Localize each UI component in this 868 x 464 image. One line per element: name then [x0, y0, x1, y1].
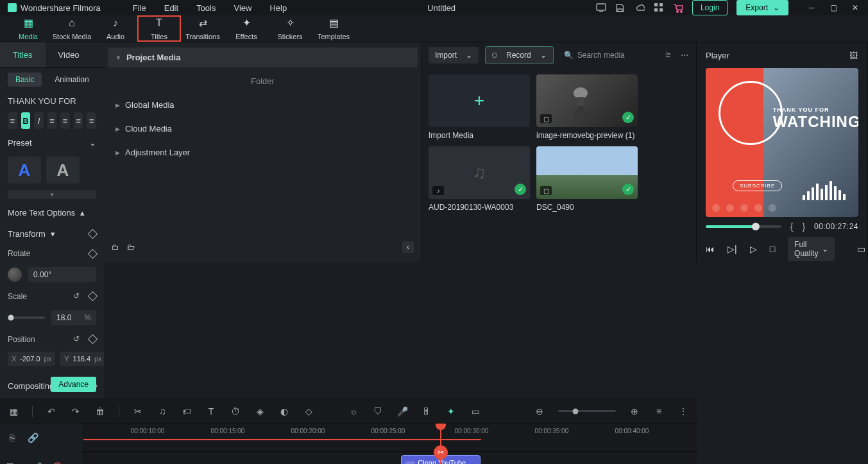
music-icon[interactable]: ♫ — [157, 406, 168, 417]
undo-icon[interactable]: ↶ — [46, 406, 57, 417]
menu-file[interactable]: File — [133, 3, 146, 13]
position-y-field[interactable]: Y116.4px — [60, 352, 104, 366]
keyframe-tool-icon[interactable]: ◇ — [303, 406, 314, 417]
stop-icon[interactable]: □ — [770, 243, 775, 255]
copy-icon[interactable]: ⎘ — [6, 432, 18, 443]
maximize-icon[interactable]: ▢ — [828, 3, 838, 13]
cart-icon[interactable] — [673, 3, 683, 13]
menu-view[interactable]: View — [234, 3, 251, 13]
timeline-view-icon[interactable]: ≡ — [653, 406, 665, 417]
import-media-tile[interactable]: + Import Media — [429, 74, 530, 140]
tab-effects[interactable]: ✦Effects — [225, 15, 268, 42]
tab-stock-media[interactable]: ⌂Stock Media — [50, 15, 94, 42]
prev-frame-icon[interactable]: ⏮ — [706, 243, 715, 255]
bold-icon[interactable]: B — [21, 112, 31, 129]
text-field[interactable]: THANK YOU FOR — [8, 96, 96, 106]
keyframe-icon[interactable] — [88, 334, 98, 345]
tab-templates[interactable]: ▤Templates — [312, 15, 355, 42]
align-justify-icon[interactable]: ≡ — [87, 112, 96, 129]
tag-icon[interactable]: 🏷 — [181, 406, 192, 417]
transform-section[interactable]: Transform▾ — [8, 227, 96, 241]
italic-icon[interactable]: I — [34, 112, 44, 129]
grid-icon[interactable]: ▦ — [8, 406, 19, 417]
timeline-ruler[interactable]: 00:00:10:00 00:00:15:00 00:00:20:00 00:0… — [83, 424, 697, 452]
marker-icon[interactable]: ☼ — [348, 406, 359, 417]
sidebar-adjustment-layer[interactable]: ▶Adjustment Layer — [108, 142, 418, 162]
preset-card[interactable]: A — [46, 157, 80, 184]
reset-icon[interactable]: ↺ — [73, 291, 83, 301]
preview-viewport[interactable]: SUBSCRIBE THANK YOU FOR WATCHING — [706, 68, 858, 217]
zoom-out-icon[interactable]: ⊖ — [534, 406, 545, 417]
mic-icon[interactable]: 🎤 — [396, 406, 408, 417]
timeline-lane[interactable]: TClean YouTube E... — [83, 452, 697, 464]
filter-icon[interactable]: ⚞ — [663, 50, 673, 60]
delete-icon[interactable]: 🗑 — [94, 406, 106, 417]
sidebar-global-media[interactable]: ▶Global Media — [108, 95, 418, 115]
sidebar-folder[interactable]: Folder — [108, 71, 418, 91]
shield-icon[interactable]: ⛉ — [372, 406, 384, 417]
mixer-icon[interactable]: 🎚 — [421, 406, 432, 417]
scrub-slider[interactable] — [706, 225, 781, 228]
scale-slider[interactable] — [8, 316, 45, 319]
reset-icon[interactable]: ↺ — [73, 334, 83, 344]
media-item[interactable]: ▢ ✓ DSC_0490 — [536, 146, 638, 212]
save-icon[interactable] — [615, 3, 625, 13]
quality-dropdown[interactable]: Full Quality⌄ — [788, 237, 835, 261]
timeline-tracks[interactable]: 00:00:10:00 00:00:15:00 00:00:20:00 00:0… — [83, 424, 697, 464]
new-folder-icon[interactable]: 🗀 — [112, 243, 119, 252]
menu-edit[interactable]: Edit — [164, 3, 178, 13]
login-button[interactable]: Login — [692, 0, 728, 15]
tab-media[interactable]: ▦Media — [6, 15, 50, 42]
inspector-tab-video[interactable]: Video — [46, 42, 92, 67]
rotate-field[interactable]: 0.00° — [28, 267, 96, 282]
tab-titles[interactable]: TTitles — [137, 15, 181, 42]
more-icon[interactable]: ⋯ — [679, 50, 690, 60]
split-tool-icon[interactable]: ✂ — [434, 445, 448, 460]
sidebar-project-media[interactable]: ▼Project Media — [108, 47, 418, 67]
search-input[interactable]: 🔍Search media — [560, 48, 656, 62]
zoom-slider[interactable] — [558, 410, 616, 412]
folder-icon[interactable]: 🗁 — [127, 243, 135, 252]
cloud-icon[interactable] — [634, 3, 645, 13]
snapshot-icon[interactable]: 🖼 — [848, 50, 858, 60]
import-dropdown[interactable]: Import⌄ — [429, 47, 479, 64]
position-x-field[interactable]: X-207.0px — [8, 352, 55, 366]
collapse-sidebar-icon[interactable]: ‹ — [402, 241, 414, 253]
color-icon[interactable]: ◈ — [254, 406, 266, 417]
align-center-icon[interactable]: ≡ — [60, 112, 70, 129]
tab-stickers[interactable]: ✧Stickers — [268, 15, 312, 42]
keyframe-icon[interactable] — [88, 291, 98, 302]
speed-icon[interactable]: ⏱ — [230, 406, 241, 417]
inspector-tab-titles[interactable]: Titles — [0, 42, 46, 67]
rotate-knob[interactable] — [8, 268, 22, 282]
text-icon[interactable]: T — [205, 406, 217, 417]
record-dropdown[interactable]: Record⌄ — [485, 46, 554, 64]
menu-help[interactable]: Help — [269, 3, 287, 13]
media-item[interactable]: ♫ ♪ ✓ AUD-20190130-WA0003 — [429, 146, 530, 212]
menu-tools[interactable]: Tools — [196, 3, 216, 13]
screen-icon[interactable] — [596, 3, 606, 13]
align-right-icon[interactable]: ≡ — [74, 112, 83, 129]
preset-header[interactable]: Preset⌄ — [8, 135, 96, 150]
align-left-icon[interactable]: ≡ — [47, 112, 57, 129]
more-text-options[interactable]: More Text Options▴ — [8, 205, 96, 220]
close-icon[interactable]: ✕ — [850, 3, 860, 13]
apps-icon[interactable] — [654, 3, 664, 13]
advance-button[interactable]: Advance — [51, 377, 96, 392]
mark-in-icon[interactable]: { — [790, 221, 794, 232]
link-icon[interactable]: 🔗 — [27, 432, 38, 443]
tab-transitions[interactable]: ⇄Transitions — [181, 15, 225, 42]
scale-field[interactable]: 18.0% — [51, 310, 96, 325]
keyframe-icon[interactable] — [88, 229, 98, 239]
render-icon[interactable]: ▭ — [470, 406, 481, 417]
tab-audio[interactable]: ♪Audio — [94, 15, 137, 42]
track-header[interactable]: 🎞5🔒🔇👁 — [0, 452, 83, 464]
keyframe-icon[interactable] — [88, 248, 98, 259]
minimize-icon[interactable]: ─ — [806, 3, 817, 13]
mark-out-icon[interactable]: } — [802, 221, 805, 232]
subtab-animation[interactable]: Animation — [55, 75, 89, 84]
preset-card[interactable]: A — [8, 157, 41, 184]
export-button[interactable]: Export⌄ — [736, 0, 788, 15]
zoom-in-icon[interactable]: ⊕ — [629, 406, 640, 417]
sidebar-cloud-media[interactable]: ▶Cloud Media — [108, 119, 418, 139]
